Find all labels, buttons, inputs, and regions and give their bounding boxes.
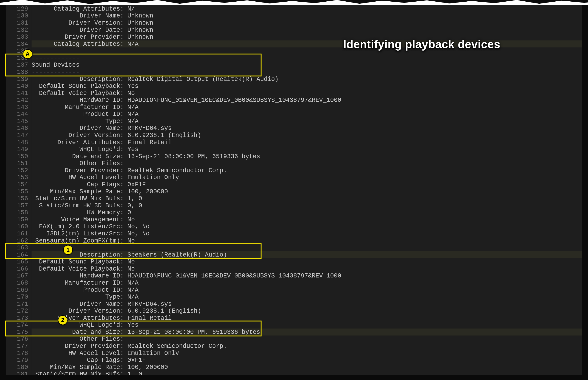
code-line: Hardware ID: HDAUDIO\FUNC_01&VEN_10EC&DE… [32, 272, 582, 279]
line-number: 171 [6, 301, 28, 308]
line-number: 139 [6, 76, 28, 83]
line-number: 161 [6, 230, 28, 237]
code-line: Cap Flags: 0xF1F [32, 181, 582, 188]
code-line: Other Files: [32, 160, 582, 167]
code-line: Driver Name: RTKVHD64.sys [32, 301, 582, 308]
line-number: 167 [6, 272, 28, 279]
line-number: 144 [6, 111, 28, 118]
line-number: 149 [6, 146, 28, 153]
line-number: 164 [6, 251, 28, 258]
code-line: Driver Name: RTKVHD64.sys [32, 125, 582, 132]
code-line: Static/Strm HW Mix Bufs: 1, 0 [32, 371, 582, 375]
code-line: Sound Devices [32, 61, 582, 69]
code-line: Static/Strm HW 3D Bufs: 0, 0 [32, 202, 582, 209]
code-line: Type: N/A [32, 293, 582, 301]
code-line: I3DL2(tm) Listen/Src: No, No [32, 230, 582, 237]
code-line: Cap Flags: 0xF1F [32, 357, 582, 364]
line-number: 181 [6, 371, 28, 375]
code-line: Default Voice Playback: No [32, 265, 582, 272]
code-line: Product ID: N/A [32, 111, 582, 118]
line-number: 172 [6, 307, 28, 314]
line-number: 166 [6, 265, 28, 272]
line-number: 146 [6, 125, 28, 132]
line-number: 142 [6, 96, 28, 104]
code-line: Date and Size: 13-Sep-21 08:00:00 PM, 65… [32, 153, 582, 160]
code-line: Driver Version: 6.0.9238.1 (English) [32, 132, 582, 139]
code-line: HW Accel Level: Emulation Only [32, 350, 582, 357]
code-line: EAX(tm) 2.0 Listen/Src: No, No [32, 223, 582, 230]
line-number: 179 [6, 357, 28, 364]
line-number: 162 [6, 237, 28, 244]
line-number: 147 [6, 132, 28, 139]
line-number: 159 [6, 216, 28, 223]
code-line: Manufacturer ID: N/A [32, 104, 582, 111]
marker-a: A [23, 49, 32, 59]
line-number: 133 [6, 33, 28, 40]
code-line: Manufacturer ID: N/A [32, 279, 582, 286]
line-number: 151 [6, 160, 28, 167]
code-line: Other Files: [32, 336, 582, 343]
line-number: 180 [6, 364, 28, 371]
code-line: Driver Name: Unknown [32, 12, 582, 19]
line-number: 134 [6, 40, 28, 48]
code-line: Description: Realtek Digital Output (Rea… [32, 76, 582, 83]
code-line: Driver Provider: Realtek Semiconductor C… [32, 342, 582, 350]
code-line: ------------- [32, 55, 582, 62]
line-number: 154 [6, 181, 28, 188]
line-number: 152 [6, 167, 28, 174]
line-number: 170 [6, 293, 28, 301]
code-line: HW Accel Level: Emulation Only [32, 174, 582, 181]
line-number: 141 [6, 90, 28, 97]
code-line: Static/Strm HW Mix Bufs: 1, 0 [32, 195, 582, 202]
line-number: 177 [6, 342, 28, 350]
code-line: Driver Attributes: Final Retail [32, 314, 582, 322]
line-number: 156 [6, 195, 28, 202]
code-content: Catalog Attributes: N/ Driver Name: Unkn… [32, 5, 582, 375]
code-line: Sensaura(tm) ZoomFX(tm): No [32, 237, 582, 244]
code-line: Voice Management: No [32, 216, 582, 223]
line-number: 173 [6, 314, 28, 322]
code-editor: 1291301311321331341351361371381391401411… [6, 5, 582, 375]
code-line: Driver Provider: Realtek Semiconductor C… [32, 167, 582, 174]
code-line: WHQL Logo'd: Yes [32, 321, 582, 328]
code-line: Catalog Attributes: N/ [32, 5, 582, 12]
line-number: 178 [6, 350, 28, 357]
code-line: Product ID: N/A [32, 286, 582, 294]
code-line: ------------- [32, 69, 582, 76]
line-number: 130 [6, 12, 28, 19]
code-line: Default Sound Playback: No [32, 258, 582, 265]
line-number: 145 [6, 118, 28, 125]
code-line: Min/Max Sample Rate: 100, 200000 [32, 364, 582, 371]
line-number: 169 [6, 286, 28, 294]
line-number: 143 [6, 104, 28, 111]
line-number: 137 [6, 61, 28, 69]
line-number: 148 [6, 139, 28, 146]
torn-edge-top [0, 0, 588, 5]
line-number: 165 [6, 258, 28, 265]
line-number: 175 [6, 328, 28, 336]
code-line: Driver Version: 6.0.9238.1 (English) [32, 307, 582, 314]
line-number: 138 [6, 69, 28, 76]
line-number: 153 [6, 174, 28, 181]
code-line: Description: Speakers (Realtek(R) Audio) [32, 251, 582, 258]
code-line: Min/Max Sample Rate: 100, 200000 [32, 188, 582, 195]
line-number: 131 [6, 19, 28, 26]
code-line: WHQL Logo'd: Yes [32, 146, 582, 153]
code-line: Type: N/A [32, 118, 582, 125]
code-line: Date and Size: 13-Sep-21 08:00:00 PM, 65… [32, 328, 582, 336]
annotation-heading: Identifying playback devices [343, 38, 500, 51]
line-number: 158 [6, 209, 28, 216]
line-number: 129 [6, 5, 28, 12]
line-number: 163 [6, 244, 28, 251]
code-line: Driver Version: Unknown [32, 19, 582, 26]
line-number-gutter: 1291301311321331341351361371381391401411… [6, 5, 32, 375]
code-line: Driver Date: Unknown [32, 26, 582, 34]
code-line: HW Memory: 0 [32, 209, 582, 216]
line-number: 174 [6, 321, 28, 328]
code-line: Driver Attributes: Final Retail [32, 139, 582, 146]
line-number: 132 [6, 26, 28, 34]
code-line: Default Voice Playback: No [32, 90, 582, 97]
line-number: 150 [6, 153, 28, 160]
line-number: 176 [6, 336, 28, 343]
code-line: Hardware ID: HDAUDIO\FUNC_01&VEN_10EC&DE… [32, 96, 582, 104]
